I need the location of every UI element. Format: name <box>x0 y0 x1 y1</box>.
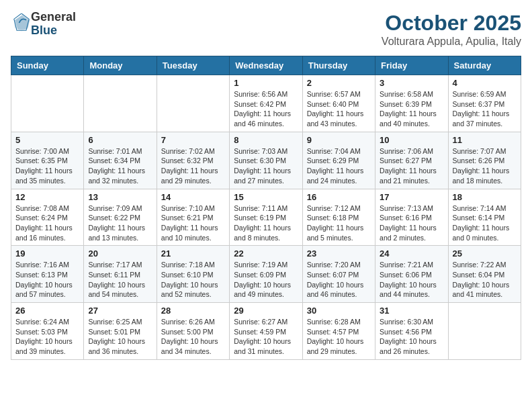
weekday-header-friday: Friday <box>375 56 448 75</box>
day-info: Sunrise: 7:07 AM Sunset: 6:26 PM Dayligh… <box>453 146 517 186</box>
day-info: Sunrise: 6:27 AM Sunset: 4:59 PM Dayligh… <box>234 317 298 357</box>
calendar-day-cell: 21Sunrise: 7:18 AM Sunset: 6:10 PM Dayli… <box>157 246 229 303</box>
day-info: Sunrise: 7:22 AM Sunset: 6:04 PM Dayligh… <box>453 260 517 300</box>
calendar-day-cell: 25Sunrise: 7:22 AM Sunset: 6:04 PM Dayli… <box>448 246 521 303</box>
day-number: 25 <box>453 248 517 259</box>
calendar-day-cell <box>448 303 521 360</box>
day-info: Sunrise: 7:02 AM Sunset: 6:32 PM Dayligh… <box>161 146 225 186</box>
day-number: 4 <box>453 78 517 88</box>
logo: General Blue <box>11 11 76 38</box>
calendar-day-cell: 29Sunrise: 6:27 AM Sunset: 4:59 PM Dayli… <box>230 303 302 360</box>
day-number: 26 <box>15 306 79 316</box>
calendar-day-cell: 28Sunrise: 6:26 AM Sunset: 5:00 PM Dayli… <box>157 303 229 360</box>
calendar-header-row: SundayMondayTuesdayWednesdayThursdayFrid… <box>11 56 521 75</box>
day-info: Sunrise: 7:09 AM Sunset: 6:22 PM Dayligh… <box>88 203 152 243</box>
calendar-day-cell: 10Sunrise: 7:06 AM Sunset: 6:27 PM Dayli… <box>375 132 448 189</box>
day-info: Sunrise: 7:18 AM Sunset: 6:10 PM Dayligh… <box>161 260 225 300</box>
day-number: 13 <box>88 192 152 202</box>
calendar-day-cell: 26Sunrise: 6:24 AM Sunset: 5:03 PM Dayli… <box>11 303 84 360</box>
day-info: Sunrise: 7:08 AM Sunset: 6:24 PM Dayligh… <box>15 203 79 243</box>
day-number: 5 <box>15 135 79 145</box>
calendar-day-cell: 24Sunrise: 7:21 AM Sunset: 6:06 PM Dayli… <box>375 246 448 303</box>
day-info: Sunrise: 6:30 AM Sunset: 4:56 PM Dayligh… <box>380 317 443 357</box>
day-info: Sunrise: 6:57 AM Sunset: 6:40 PM Dayligh… <box>307 89 371 129</box>
day-info: Sunrise: 6:58 AM Sunset: 6:39 PM Dayligh… <box>380 89 443 129</box>
day-number: 17 <box>380 192 443 202</box>
day-info: Sunrise: 7:14 AM Sunset: 6:14 PM Dayligh… <box>453 203 517 243</box>
day-info: Sunrise: 6:28 AM Sunset: 4:57 PM Dayligh… <box>307 317 371 357</box>
weekday-header-sunday: Sunday <box>11 56 84 75</box>
calendar-day-cell: 8Sunrise: 7:03 AM Sunset: 6:30 PM Daylig… <box>230 132 302 189</box>
logo-blue-text: Blue <box>31 24 57 37</box>
day-number: 22 <box>234 248 298 259</box>
day-number: 24 <box>380 248 443 259</box>
weekday-header-thursday: Thursday <box>302 56 375 75</box>
calendar-day-cell: 23Sunrise: 7:20 AM Sunset: 6:07 PM Dayli… <box>302 246 375 303</box>
calendar-day-cell: 4Sunrise: 6:59 AM Sunset: 6:37 PM Daylig… <box>448 75 521 132</box>
day-number: 2 <box>307 78 371 88</box>
day-number: 16 <box>307 192 371 202</box>
day-number: 6 <box>88 135 152 145</box>
day-info: Sunrise: 7:04 AM Sunset: 6:29 PM Dayligh… <box>307 146 371 186</box>
day-info: Sunrise: 6:24 AM Sunset: 5:03 PM Dayligh… <box>15 317 79 357</box>
day-info: Sunrise: 7:19 AM Sunset: 6:09 PM Dayligh… <box>234 260 298 300</box>
weekday-header-monday: Monday <box>84 56 157 75</box>
calendar-day-cell: 30Sunrise: 6:28 AM Sunset: 4:57 PM Dayli… <box>302 303 375 360</box>
calendar-day-cell: 9Sunrise: 7:04 AM Sunset: 6:29 PM Daylig… <box>302 132 375 189</box>
calendar-day-cell: 7Sunrise: 7:02 AM Sunset: 6:32 PM Daylig… <box>157 132 229 189</box>
day-number: 14 <box>161 192 225 202</box>
day-number: 29 <box>234 306 298 316</box>
calendar-week-row: 12Sunrise: 7:08 AM Sunset: 6:24 PM Dayli… <box>11 189 521 246</box>
page-header: General Blue October 2025 Volturara Appu… <box>11 11 521 48</box>
calendar-day-cell: 13Sunrise: 7:09 AM Sunset: 6:22 PM Dayli… <box>84 189 157 246</box>
calendar-week-row: 1Sunrise: 6:56 AM Sunset: 6:42 PM Daylig… <box>11 75 521 132</box>
calendar-day-cell: 5Sunrise: 7:00 AM Sunset: 6:35 PM Daylig… <box>11 132 84 189</box>
day-number: 11 <box>453 135 517 145</box>
day-number: 18 <box>453 192 517 202</box>
day-number: 28 <box>161 306 225 316</box>
calendar-day-cell: 11Sunrise: 7:07 AM Sunset: 6:26 PM Dayli… <box>448 132 521 189</box>
day-info: Sunrise: 7:21 AM Sunset: 6:06 PM Dayligh… <box>380 260 443 300</box>
day-info: Sunrise: 7:03 AM Sunset: 6:30 PM Dayligh… <box>234 146 298 186</box>
logo-general-text: General <box>31 10 76 24</box>
day-number: 31 <box>380 306 443 316</box>
calendar-day-cell: 12Sunrise: 7:08 AM Sunset: 6:24 PM Dayli… <box>11 189 84 246</box>
title-area: October 2025 Volturara Appula, Apulia, I… <box>382 11 521 48</box>
day-number: 20 <box>88 248 152 259</box>
calendar-day-cell: 3Sunrise: 6:58 AM Sunset: 6:39 PM Daylig… <box>375 75 448 132</box>
calendar-day-cell: 19Sunrise: 7:16 AM Sunset: 6:13 PM Dayli… <box>11 246 84 303</box>
day-number: 10 <box>380 135 443 145</box>
calendar-day-cell: 18Sunrise: 7:14 AM Sunset: 6:14 PM Dayli… <box>448 189 521 246</box>
calendar-day-cell: 1Sunrise: 6:56 AM Sunset: 6:42 PM Daylig… <box>230 75 302 132</box>
weekday-header-tuesday: Tuesday <box>157 56 229 75</box>
day-info: Sunrise: 7:11 AM Sunset: 6:19 PM Dayligh… <box>234 203 298 243</box>
day-info: Sunrise: 7:20 AM Sunset: 6:07 PM Dayligh… <box>307 260 371 300</box>
day-number: 27 <box>88 306 152 316</box>
weekday-header-wednesday: Wednesday <box>230 56 302 75</box>
day-number: 1 <box>234 78 298 88</box>
calendar-day-cell: 27Sunrise: 6:25 AM Sunset: 5:01 PM Dayli… <box>84 303 157 360</box>
calendar-table: SundayMondayTuesdayWednesdayThursdayFrid… <box>11 56 521 360</box>
day-info: Sunrise: 6:56 AM Sunset: 6:42 PM Dayligh… <box>234 89 298 129</box>
day-number: 9 <box>307 135 371 145</box>
calendar-week-row: 19Sunrise: 7:16 AM Sunset: 6:13 PM Dayli… <box>11 246 521 303</box>
day-info: Sunrise: 7:12 AM Sunset: 6:18 PM Dayligh… <box>307 203 371 243</box>
day-number: 3 <box>380 78 443 88</box>
weekday-header-saturday: Saturday <box>448 56 521 75</box>
day-number: 8 <box>234 135 298 145</box>
calendar-day-cell: 2Sunrise: 6:57 AM Sunset: 6:40 PM Daylig… <box>302 75 375 132</box>
calendar-week-row: 5Sunrise: 7:00 AM Sunset: 6:35 PM Daylig… <box>11 132 521 189</box>
day-number: 12 <box>15 192 79 202</box>
calendar-day-cell: 16Sunrise: 7:12 AM Sunset: 6:18 PM Dayli… <box>302 189 375 246</box>
calendar-week-row: 26Sunrise: 6:24 AM Sunset: 5:03 PM Dayli… <box>11 303 521 360</box>
calendar-day-cell <box>157 75 229 132</box>
calendar-day-cell: 15Sunrise: 7:11 AM Sunset: 6:19 PM Dayli… <box>230 189 302 246</box>
day-info: Sunrise: 7:06 AM Sunset: 6:27 PM Dayligh… <box>380 146 443 186</box>
day-number: 19 <box>15 248 79 259</box>
logo-icon <box>12 13 31 32</box>
location-subtitle: Volturara Appula, Apulia, Italy <box>382 36 521 48</box>
day-number: 23 <box>307 248 371 259</box>
calendar-day-cell: 20Sunrise: 7:17 AM Sunset: 6:11 PM Dayli… <box>84 246 157 303</box>
day-info: Sunrise: 7:17 AM Sunset: 6:11 PM Dayligh… <box>88 260 152 300</box>
calendar-day-cell: 22Sunrise: 7:19 AM Sunset: 6:09 PM Dayli… <box>230 246 302 303</box>
